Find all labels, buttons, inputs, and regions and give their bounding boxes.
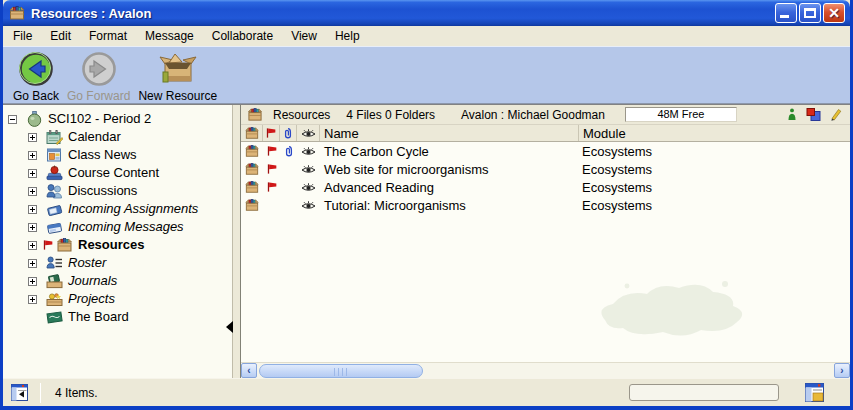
viewed-eye-icon (297, 164, 320, 175)
board-icon (46, 309, 63, 325)
new-resource-label: New Resource (138, 89, 217, 103)
minimize-button[interactable] (775, 3, 797, 23)
tree-item-class-news[interactable]: Class News (3, 146, 232, 164)
file-name: The Carbon Cycle (320, 144, 578, 159)
assignments-icon (46, 201, 63, 217)
panel-divider[interactable] (232, 105, 240, 378)
folder-title: Resources (273, 108, 330, 122)
collapse-toggle[interactable] (8, 115, 17, 124)
tree-item-journals[interactable]: Journals (3, 272, 232, 290)
file-row[interactable]: Advanced Reading Ecosystems (241, 178, 850, 196)
flag-icon (42, 239, 54, 251)
resource-item-icon (241, 162, 263, 176)
course-content-icon (46, 165, 63, 181)
scroll-left-arrow-icon[interactable]: ‹ (241, 363, 257, 378)
expand-toggle[interactable] (28, 223, 37, 232)
flag-icon (263, 181, 280, 193)
expand-toggle[interactable] (28, 277, 37, 286)
background-watermark (575, 260, 765, 350)
tree-item-label: Roster (68, 255, 106, 271)
file-row[interactable]: The Carbon Cycle Ecosystems (241, 142, 850, 160)
flag-icon (263, 163, 280, 175)
expand-toggle[interactable] (28, 295, 37, 304)
scroll-right-arrow-icon[interactable]: › (834, 363, 850, 378)
tree-item-course-content[interactable]: Course Content (3, 164, 232, 182)
file-module: Ecosystems (578, 144, 850, 159)
expand-toggle[interactable] (28, 205, 37, 214)
tree-item-label: Incoming Messages (68, 219, 184, 235)
file-row[interactable]: Web site for microorganisms Ecosystems (241, 160, 850, 178)
column-flag-icon[interactable] (263, 125, 280, 141)
column-header-name[interactable]: Name (320, 125, 578, 141)
window-title: Resources : Avalon (31, 6, 151, 21)
journals-icon (46, 273, 63, 289)
viewed-eye-icon (297, 146, 320, 157)
close-button[interactable]: ✕ (823, 3, 845, 23)
go-forward-icon (81, 50, 117, 88)
column-viewed-icon[interactable] (297, 125, 320, 141)
app-icon (9, 5, 25, 21)
toggle-panel-icon[interactable] (11, 384, 28, 401)
tree-item-incoming-messages[interactable]: Incoming Messages (3, 218, 232, 236)
minimize-icon (780, 15, 789, 18)
maximize-icon (804, 8, 816, 18)
file-name: Advanced Reading (320, 180, 578, 195)
status-message-box (629, 384, 779, 401)
tree-item-root[interactable]: SCI102 - Period 2 (3, 110, 232, 128)
menu-message[interactable]: Message (136, 27, 203, 45)
expand-toggle[interactable] (28, 133, 37, 142)
expand-toggle[interactable] (28, 241, 37, 250)
list-header-row: Name Module (241, 125, 850, 142)
folder-info-bar: Resources 4 Files 0 Folders Avalon : Mic… (241, 105, 850, 125)
scrollbar-thumb[interactable] (259, 364, 423, 378)
discussions-icon (46, 183, 63, 199)
go-back-label: Go Back (13, 89, 59, 103)
tree-item-calendar[interactable]: Calendar (3, 128, 232, 146)
layout-view-icon[interactable] (805, 383, 824, 402)
expand-toggle[interactable] (28, 169, 37, 178)
horizontal-scrollbar[interactable]: ‹ › (241, 362, 850, 378)
new-resource-button[interactable]: New Resource (138, 50, 217, 103)
course-flask-icon (26, 111, 43, 127)
column-header-module[interactable]: Module (578, 125, 850, 141)
layers-icon[interactable] (806, 108, 821, 121)
tree-item-label: Class News (68, 147, 137, 163)
scrollbar-grip (334, 368, 348, 376)
column-attachment-icon[interactable] (280, 125, 297, 141)
go-forward-button: Go Forward (67, 50, 130, 103)
menu-edit[interactable]: Edit (41, 27, 80, 45)
new-resource-icon (159, 50, 197, 88)
title-bar: Resources : Avalon ✕ (3, 0, 850, 26)
menu-help[interactable]: Help (326, 27, 369, 45)
statusbar-separator (40, 383, 41, 403)
tree-item-roster[interactable]: Roster (3, 254, 232, 272)
tree-item-resources[interactable]: Resources (3, 236, 232, 254)
resource-item-icon (241, 198, 263, 212)
column-item-icon[interactable] (241, 125, 263, 141)
go-back-button[interactable]: Go Back (13, 50, 59, 103)
maximize-button[interactable] (799, 3, 821, 23)
viewed-eye-icon (297, 182, 320, 193)
items-count-text: 4 Items. (55, 386, 98, 400)
menu-collaborate[interactable]: Collaborate (203, 27, 282, 45)
tree-item-label: Calendar (68, 129, 121, 145)
tree-item-discussions[interactable]: Discussions (3, 182, 232, 200)
edit-pencil-icon[interactable] (830, 108, 842, 121)
attachment-icon (280, 145, 297, 158)
menu-format[interactable]: Format (80, 27, 136, 45)
file-module: Ecosystems (578, 162, 850, 177)
file-list: The Carbon Cycle Ecosystems Web site for… (241, 142, 850, 362)
main-area: SCI102 - Period 2 Calendar (3, 104, 850, 378)
resource-item-icon (241, 180, 263, 194)
menu-view[interactable]: View (282, 27, 326, 45)
expand-toggle[interactable] (28, 151, 37, 160)
expand-toggle[interactable] (28, 187, 37, 196)
tree-item-incoming-assignments[interactable]: Incoming Assignments (3, 200, 232, 218)
presence-person-icon[interactable] (787, 108, 797, 121)
file-row[interactable]: Tutorial: Microorganisms Ecosystems (241, 196, 850, 214)
collapse-panel-arrow-icon[interactable] (226, 321, 233, 333)
tree-item-the-board[interactable]: The Board (3, 308, 232, 326)
tree-item-projects[interactable]: Projects (3, 290, 232, 308)
menu-file[interactable]: File (4, 27, 41, 45)
expand-toggle[interactable] (28, 259, 37, 268)
